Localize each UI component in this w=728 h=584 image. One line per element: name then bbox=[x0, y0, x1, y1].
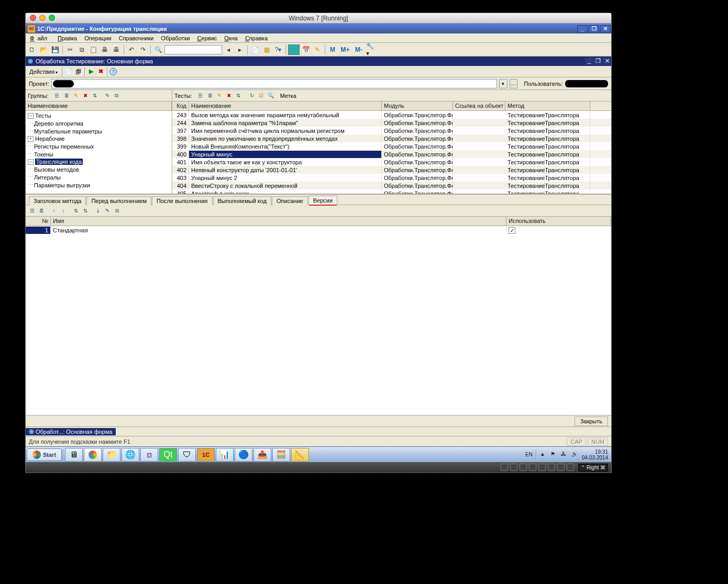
menu-file[interactable]: Файл bbox=[27, 35, 53, 42]
menu-catalogs[interactable]: Справочники bbox=[116, 35, 157, 42]
start-button[interactable]: Start bbox=[27, 448, 62, 461]
menu-service[interactable]: Сервис bbox=[194, 35, 220, 42]
task-1c[interactable]: 1C bbox=[197, 448, 215, 462]
find-button[interactable]: 🔍 bbox=[153, 44, 163, 55]
menu-windows[interactable]: Окна bbox=[221, 35, 241, 42]
ver-tool-1[interactable]: ☰ bbox=[28, 207, 36, 215]
vm-icon[interactable] bbox=[548, 464, 555, 471]
tests-tool-1[interactable]: ☰ bbox=[196, 92, 205, 100]
test-row[interactable]: 401Имя объекта такое же как у конструкто… bbox=[172, 158, 611, 166]
project-select-button[interactable]: … bbox=[510, 79, 518, 88]
tree-item[interactable]: Параметры выгрузки bbox=[34, 182, 90, 188]
tab-После выполнения[interactable]: После выполнения bbox=[152, 196, 213, 205]
groups-tree[interactable]: −Тесты ⋯Дерево алгоритма ⋯Мутабельные па… bbox=[26, 111, 172, 194]
tray-flag-icon[interactable]: ⚑ bbox=[550, 451, 558, 458]
tree-item-selected[interactable]: Трансляция кода bbox=[35, 159, 83, 165]
tree-item[interactable]: Литералы bbox=[34, 174, 61, 181]
actions-dropdown[interactable]: Действия bbox=[27, 68, 60, 75]
ver-tool-copy[interactable]: ⧉ bbox=[113, 207, 121, 215]
ver-tool-3[interactable]: ⇅ bbox=[72, 207, 80, 215]
tool-button-2[interactable]: ▦ bbox=[261, 44, 272, 55]
groups-tool-del[interactable]: ✖ bbox=[81, 92, 90, 100]
sub-tool-2[interactable]: 🗐 bbox=[74, 68, 82, 76]
tree-item[interactable]: Нерабочие bbox=[35, 136, 64, 142]
task-active[interactable]: 📐 bbox=[291, 448, 309, 462]
menu-help[interactable]: Справка bbox=[242, 35, 271, 42]
task-app4[interactable]: 📤 bbox=[253, 448, 271, 462]
task-calc[interactable]: 🧮 bbox=[272, 448, 290, 462]
tool-wrench-button[interactable]: 🔧▾ bbox=[366, 44, 377, 55]
tests-tool-2[interactable]: ≣ bbox=[206, 92, 214, 100]
task-chart[interactable]: 📊 bbox=[216, 448, 234, 462]
copy-button[interactable]: ⧉ bbox=[76, 44, 87, 55]
project-dropdown-button[interactable]: ▾ bbox=[499, 79, 508, 88]
ver-tool-4[interactable]: ⇅ bbox=[81, 207, 90, 215]
sub-tool-1[interactable]: 📄 bbox=[64, 68, 73, 76]
find-prev-button[interactable]: ◂ bbox=[223, 44, 234, 55]
ver-tool-pen[interactable]: ✎ bbox=[103, 207, 112, 215]
ver-up[interactable]: ↑ bbox=[50, 207, 58, 215]
mac-minimize-button[interactable] bbox=[39, 15, 46, 21]
tree-item[interactable]: Регистры переменных bbox=[34, 143, 94, 150]
version-row[interactable]: 1 Стандартная ✓ bbox=[26, 226, 611, 234]
tree-item[interactable]: Дерево алгоритма bbox=[34, 120, 83, 127]
tests-grid[interactable]: 243Вызов метода как значение параметра н… bbox=[172, 111, 611, 194]
vm-icon[interactable] bbox=[538, 464, 546, 471]
open-button[interactable]: 📂 bbox=[38, 44, 49, 55]
app-minimize-button[interactable]: _ bbox=[577, 25, 588, 32]
tree-root[interactable]: Тесты bbox=[35, 113, 51, 119]
vm-icon[interactable] bbox=[501, 464, 508, 471]
test-row[interactable]: 398Значения по умолчанию в предопределён… bbox=[172, 134, 611, 142]
tool-button-1[interactable]: 📄 bbox=[250, 44, 260, 55]
groups-tool-add[interactable]: ≣ bbox=[62, 92, 71, 100]
tray-net-icon[interactable]: 🖧 bbox=[561, 451, 568, 458]
task-app2[interactable]: 🛡 bbox=[178, 448, 196, 462]
stop-button[interactable]: ✖ bbox=[96, 68, 105, 76]
save-button[interactable]: 💾 bbox=[50, 44, 60, 55]
ver-use-checkbox[interactable]: ✓ bbox=[509, 227, 515, 234]
print-preview-button[interactable]: 🖶 bbox=[111, 44, 122, 55]
m-button[interactable]: M bbox=[327, 44, 338, 55]
tray-icon-1[interactable]: ▲ bbox=[540, 451, 547, 458]
mac-maximize-button[interactable] bbox=[49, 15, 55, 21]
tree-item[interactable]: Мутабельные параметры bbox=[34, 128, 102, 134]
tab-Версии[interactable]: Версии bbox=[308, 196, 337, 205]
undo-button[interactable]: ↶ bbox=[126, 44, 137, 55]
help-button[interactable]: ? bbox=[109, 68, 117, 75]
tool-yellow-button[interactable]: ✎ bbox=[312, 44, 323, 55]
ver-down[interactable]: ↓ bbox=[59, 207, 68, 215]
sub-close-button[interactable]: ✕ bbox=[603, 58, 611, 65]
col-name[interactable]: Наименование bbox=[189, 102, 382, 110]
search-input[interactable] bbox=[164, 45, 222, 54]
test-row[interactable]: 404ВвестиСтроку с локальной переменнойОб… bbox=[172, 182, 611, 189]
ver-tool-export[interactable]: ⤓ bbox=[94, 207, 102, 215]
close-button[interactable]: Закрыть bbox=[575, 417, 608, 426]
run-button[interactable]: ▶ bbox=[87, 68, 95, 76]
app-restore-button[interactable]: ❐ bbox=[589, 25, 599, 32]
tree-item[interactable]: Токены bbox=[34, 151, 53, 158]
tray-clock[interactable]: 19:3104.03.2014 bbox=[582, 449, 608, 461]
calc-button[interactable] bbox=[288, 44, 300, 55]
menu-processing[interactable]: Обработки bbox=[158, 35, 193, 42]
test-row[interactable]: 403Унарный минус 2Обработки.Транслятор.Ф… bbox=[172, 174, 611, 182]
find-next-button[interactable]: ▸ bbox=[235, 44, 245, 55]
tab-Выполняемый код[interactable]: Выполняемый код bbox=[213, 196, 272, 205]
task-app3[interactable]: 🔵 bbox=[235, 448, 252, 462]
redo-button[interactable]: ↷ bbox=[138, 44, 148, 55]
task-files[interactable]: 📁 bbox=[103, 448, 120, 462]
task-explorer[interactable]: 🖥 bbox=[65, 448, 83, 462]
ver-col-num[interactable]: № bbox=[26, 217, 51, 226]
vm-icon[interactable] bbox=[510, 464, 517, 471]
groups-tool-copy[interactable]: ⧉ bbox=[113, 92, 121, 100]
task-qt[interactable]: Qt bbox=[159, 448, 177, 462]
ver-col-name[interactable]: Имя bbox=[51, 217, 506, 226]
col-module[interactable]: Модуль bbox=[382, 102, 453, 110]
test-row[interactable]: 397Имя переменной счётчика цикла нормаль… bbox=[172, 127, 611, 134]
task-app1[interactable]: 🌐 bbox=[122, 448, 139, 462]
window-tab[interactable]: Обработ...: Основная форма bbox=[26, 428, 116, 435]
test-row[interactable]: 399Новый ВнешняяКомпонента("Текст")Обраб… bbox=[172, 142, 611, 150]
expand-icon[interactable]: − bbox=[28, 159, 34, 165]
groups-tool-edit[interactable]: ✎ bbox=[72, 92, 80, 100]
tests-tool-5[interactable]: ⇅ bbox=[234, 92, 242, 100]
tests-tool-refresh[interactable]: ↻ bbox=[248, 92, 256, 100]
